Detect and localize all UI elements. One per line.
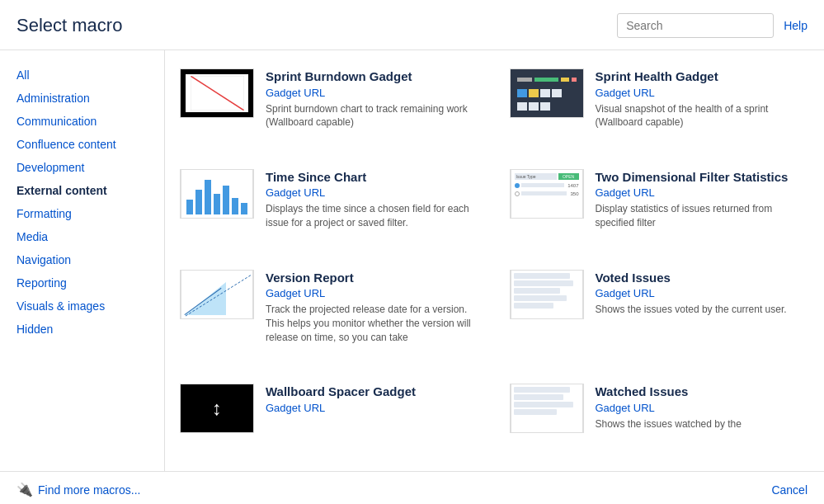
macro-item-two-dimensional[interactable]: Issue Type OPEN 1407 350 T (495, 159, 825, 260)
macro-info-watched-issues: Watched Issues Gadget URL Shows the issu… (596, 384, 810, 431)
macro-desc: Visual snapshot of the health of a sprin… (596, 102, 810, 130)
macro-url[interactable]: Gadget URL (596, 402, 810, 414)
macro-desc: Shows the issues voted by the current us… (596, 303, 810, 317)
macro-url[interactable]: Gadget URL (266, 87, 480, 99)
macro-name: Version Report (266, 270, 480, 286)
search-input[interactable] (617, 13, 774, 38)
macro-name: Two Dimensional Filter Statistics (596, 169, 810, 186)
macro-name: Time Since Chart (266, 169, 480, 186)
macro-info-voted-issues: Voted Issues Gadget URL Shows the issues… (596, 270, 810, 317)
macro-info-two-dimensional: Two Dimensional Filter Statistics Gadget… (596, 169, 810, 230)
macro-info-version-report: Version Report Gadget URL Track the proj… (266, 270, 480, 345)
find-more-macros-link[interactable]: 🔌 Find more macros... (16, 482, 140, 497)
macro-thumb-watched (510, 384, 584, 433)
macro-url[interactable]: Gadget URL (266, 402, 480, 414)
svg-line-0 (191, 76, 244, 111)
macro-thumb-two-dimensional: Issue Type OPEN 1407 350 (510, 169, 584, 219)
macro-name: Wallboard Spacer Gadget (266, 384, 480, 400)
macro-thumb-voted (510, 270, 584, 319)
sidebar-item-communication[interactable]: Communication (0, 110, 164, 133)
macro-info-sprint-burndown: Sprint Burndown Gadget Gadget URL Sprint… (266, 68, 480, 130)
sidebar-item-external-content[interactable]: External content (0, 179, 164, 202)
sidebar-item-reporting[interactable]: Reporting (0, 271, 164, 294)
macro-item-sprint-burndown[interactable]: Sprint Burndown Gadget Gadget URL Sprint… (165, 59, 495, 159)
svg-line-5 (186, 275, 252, 316)
macro-desc: Displays the time since a chosen field f… (266, 202, 480, 230)
macro-desc: Track the projected release date for a v… (266, 303, 480, 344)
page-title: Select macro (16, 15, 122, 36)
wallboard-arrow-icon: ↕ (212, 398, 222, 418)
macro-desc: Shows the issues watched by the (596, 417, 810, 431)
find-more-label[interactable]: Find more macros... (38, 483, 140, 497)
macro-thumb-sprint-burndown (180, 68, 254, 118)
macro-name: Voted Issues (596, 270, 810, 286)
macro-item-sprint-health[interactable]: Sprint Health Gadget Gadget URL Visual s… (495, 59, 825, 159)
sidebar-item-administration[interactable]: Administration (0, 87, 164, 110)
macro-name: Watched Issues (596, 384, 810, 400)
plugin-icon: 🔌 (16, 482, 33, 497)
macro-info-sprint-health: Sprint Health Gadget Gadget URL Visual s… (596, 68, 810, 130)
macro-thumb-sprint-health (510, 68, 584, 118)
sidebar-item-formatting[interactable]: Formatting (0, 202, 164, 225)
sidebar-item-development[interactable]: Development (0, 156, 164, 179)
header: Select macro Help (0, 0, 824, 50)
macro-url[interactable]: Gadget URL (596, 87, 810, 99)
macro-url[interactable]: Gadget URL (596, 186, 810, 199)
macro-grid: Sprint Burndown Gadget Gadget URL Sprint… (165, 50, 824, 471)
macro-thumb-version-report (180, 270, 254, 319)
sidebar-item-confluence-content[interactable]: Confluence content (0, 133, 164, 156)
sidebar-item-all[interactable]: All (0, 64, 164, 87)
sidebar-item-navigation[interactable]: Navigation (0, 248, 164, 271)
sidebar-item-hidden[interactable]: Hidden (0, 318, 164, 341)
macro-item-version-report[interactable]: Version Report Gadget URL Track the proj… (165, 260, 495, 374)
macro-thumb-time-since (180, 169, 254, 219)
macro-desc: Sprint burndown chart to track remaining… (266, 102, 480, 130)
macro-item-wallboard-spacer[interactable]: ↕ Wallboard Spacer Gadget Gadget URL (165, 374, 495, 463)
cancel-button[interactable]: Cancel (771, 483, 808, 497)
macro-url[interactable]: Gadget URL (266, 186, 480, 199)
macro-desc: Display statistics of issues returned fr… (596, 202, 810, 230)
sidebar-item-visuals-images[interactable]: Visuals & images (0, 294, 164, 318)
sidebar: All Administration Communication Conflue… (0, 50, 165, 471)
macro-item-watched-issues[interactable]: Watched Issues Gadget URL Shows the issu… (495, 374, 825, 463)
macro-url[interactable]: Gadget URL (266, 287, 480, 299)
macro-info-wallboard-spacer: Wallboard Spacer Gadget Gadget URL (266, 384, 480, 417)
macro-item-time-since[interactable]: Time Since Chart Gadget URL Displays the… (165, 159, 495, 260)
macro-item-voted-issues[interactable]: Voted Issues Gadget URL Shows the issues… (495, 260, 825, 374)
macro-thumb-wallboard: ↕ (180, 384, 254, 433)
sidebar-item-media[interactable]: Media (0, 225, 164, 248)
help-link[interactable]: Help (784, 19, 808, 32)
macro-name: Sprint Burndown Gadget (266, 68, 480, 85)
footer: 🔌 Find more macros... Cancel (0, 471, 824, 504)
header-actions: Help (617, 13, 808, 38)
macro-info-time-since: Time Since Chart Gadget URL Displays the… (266, 169, 480, 230)
macro-url[interactable]: Gadget URL (596, 287, 810, 299)
macro-name: Sprint Health Gadget (596, 68, 810, 85)
main-layout: All Administration Communication Conflue… (0, 50, 824, 471)
